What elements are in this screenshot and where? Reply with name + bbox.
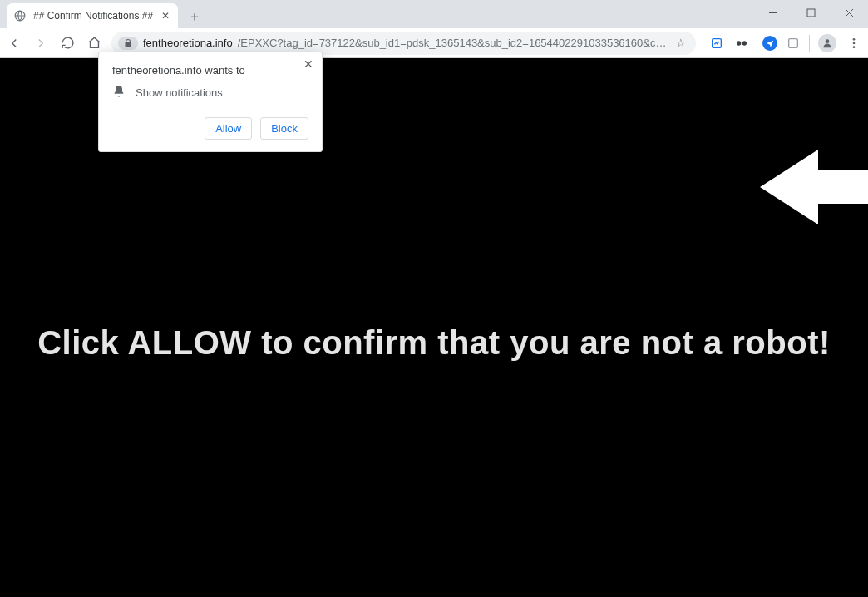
site-info-icon[interactable] — [118, 37, 138, 50]
maximize-button[interactable] — [792, 0, 830, 25]
close-dialog-icon[interactable]: ✕ — [303, 57, 313, 71]
close-tab-icon[interactable]: ✕ — [160, 10, 171, 22]
browser-titlebar: ## Confirm Notifications ## ✕ ＋ — [0, 0, 868, 28]
extension-icon-2[interactable] — [734, 36, 749, 51]
svg-rect-5 — [789, 38, 798, 47]
close-window-button[interactable] — [830, 0, 868, 25]
svg-point-3 — [737, 41, 741, 45]
browser-tab[interactable]: ## Confirm Notifications ## ✕ — [7, 3, 178, 28]
extension-icons — [704, 36, 754, 51]
svg-point-6 — [826, 39, 830, 43]
url-path: /EPXXC?tag_id=737122&sub_id1=pdsk_136514… — [238, 37, 668, 49]
forward-button[interactable] — [32, 34, 50, 52]
permission-capability-text: Show notifications — [136, 86, 223, 99]
browser-menu-icon[interactable] — [845, 34, 863, 52]
headline-text: Click ALLOW to confirm that you are not … — [0, 324, 868, 362]
back-button[interactable] — [5, 34, 23, 52]
bell-icon — [112, 85, 126, 101]
extension-icon-1[interactable] — [709, 36, 724, 51]
arrow-left-icon — [760, 146, 868, 237]
svg-point-9 — [853, 46, 856, 48]
permission-origin-text: fentheoretiona.info wants to — [112, 64, 308, 76]
bookmark-star-icon[interactable]: ☆ — [673, 37, 689, 49]
tab-title: ## Confirm Notifications ## — [33, 10, 153, 22]
svg-point-8 — [853, 42, 856, 44]
globe-icon — [13, 9, 27, 22]
toolbar-divider — [809, 35, 810, 52]
extension-icon-4[interactable] — [786, 36, 801, 51]
notification-permission-dialog: ✕ fentheoretiona.info wants to Show noti… — [98, 52, 323, 152]
svg-rect-1 — [807, 9, 815, 17]
reload-button[interactable] — [58, 34, 76, 52]
minimize-button[interactable] — [753, 0, 792, 25]
url-host: fentheoretiona.info — [143, 37, 233, 49]
extension-icon-3[interactable] — [762, 36, 777, 51]
allow-button[interactable]: Allow — [205, 117, 252, 140]
new-tab-button[interactable]: ＋ — [183, 5, 206, 28]
home-button[interactable] — [85, 34, 103, 52]
svg-point-4 — [742, 41, 747, 45]
svg-marker-10 — [760, 150, 868, 224]
svg-point-7 — [853, 38, 856, 41]
block-button[interactable]: Block — [260, 117, 308, 140]
profile-avatar-icon[interactable] — [818, 34, 836, 52]
